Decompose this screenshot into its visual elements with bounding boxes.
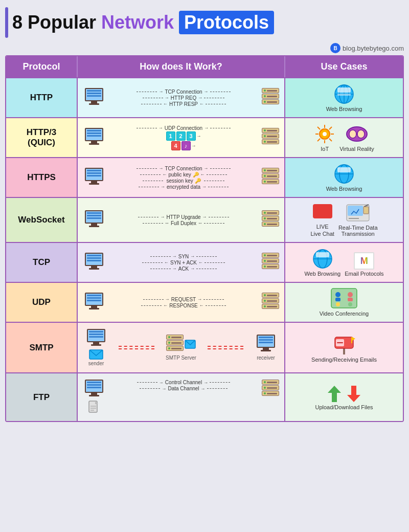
server-icon: [262, 210, 279, 230]
smtp-sender: sender: [85, 329, 107, 366]
header: 8 Popular Network Protocols: [5, 5, 404, 40]
data-transmission-icon: [346, 204, 370, 224]
svg-line-12: [317, 127, 320, 129]
use-web-browsing: Web Browsing: [326, 83, 362, 112]
computer-icon: [83, 168, 105, 187]
video-conf-icon: [331, 288, 357, 309]
use-live-chat: LIVE LIVE Live Chat: [310, 203, 334, 237]
smtp-arrows: [108, 346, 165, 349]
use-case-icons: Upload/Download Files: [315, 385, 373, 410]
protocol-how-tcp: →SYN→ ←SYN + ACK← →ACK→: [78, 243, 285, 282]
email-envelope-icon: [89, 349, 103, 360]
svg-point-35: [335, 292, 340, 297]
use-case-icons: Web Browsing: [326, 163, 362, 192]
protocol-use-ws: LIVE LIVE Live Chat: [285, 198, 403, 242]
protocol-use-smtp: Sending/Receiving Emails: [285, 323, 403, 372]
table-row: HTTP/3(QUIC) →UDP Connection→ 1 2: [6, 117, 403, 157]
svg-marker-54: [328, 386, 341, 402]
server-icon: [262, 293, 279, 312]
svg-rect-28: [363, 207, 369, 214]
protocol-how-https: →TCP Connection→ ←public key 🔑← session …: [78, 158, 285, 197]
email-envelope-icon: [185, 340, 196, 349]
svg-line-15: [317, 139, 320, 141]
computer-icon: [83, 88, 105, 107]
globe-icon: [312, 248, 333, 270]
use-label: IoT: [321, 146, 329, 152]
protocol-how-http3: →UDP Connection→ 1 2 3 → 4 ♪ →: [78, 118, 285, 157]
table-header: Protocol How does It Work? Use Cases: [6, 56, 403, 77]
computer-icon: [255, 335, 277, 354]
use-label: Real-Time DataTransmission: [338, 225, 378, 237]
gmail-icon: M: [354, 252, 374, 270]
svg-rect-4: [337, 87, 351, 93]
globe-icon: [333, 83, 355, 105]
page-title: 8 Popular Network Protocols: [12, 11, 274, 34]
smtp-receiver: receiver: [255, 335, 277, 361]
use-label: Upload/Download Files: [315, 404, 373, 410]
table-row: TCP →SYN→ ←SYN + ACK← →ACK→: [6, 242, 403, 282]
http3-diagram: →UDP Connection→ 1 2 3 → 4 ♪ →: [83, 125, 279, 150]
svg-rect-5: [337, 94, 351, 96]
use-web-browsing: Web Browsing: [326, 163, 362, 192]
chat-icon: [312, 203, 333, 223]
table-row: WebSocket →HTTP Upgrade→ ↔Full Duplex↔: [6, 197, 403, 242]
https-arrows: →TCP Connection→ ←public key 🔑← session …: [107, 166, 260, 190]
protocol-how-ws: →HTTP Upgrade→ ↔Full Duplex↔: [78, 198, 285, 242]
svg-point-37: [348, 292, 353, 297]
protocol-name-udp: UDP: [6, 283, 78, 322]
svg-marker-47: [352, 337, 355, 341]
udp-arrows: →REQUEST→ ←RESPONSE←: [107, 297, 260, 308]
brand: B blog.bytebytego.com: [5, 43, 404, 53]
mailbox-icon: [332, 333, 356, 356]
use-case-icons: IoT Virtual Reality: [314, 123, 374, 152]
use-label: Virtual Reality: [339, 146, 374, 152]
use-label: Email Protocols: [345, 271, 383, 277]
tcp-arrows: →SYN→ ←SYN + ACK← →ACK→: [107, 254, 260, 272]
use-upload-download: Upload/Download Files: [315, 385, 373, 410]
protocol-use-http: Web Browsing: [285, 78, 403, 117]
table-row: HTTP →TCP Connection→ →HTTP REQ→: [6, 77, 403, 117]
use-case-icons: Web Browsing M Email Protocols: [304, 248, 383, 277]
server-icon: [166, 335, 184, 354]
smtp-server-label: SMTP Server: [166, 355, 196, 361]
tcp-diagram: →SYN→ ←SYN + ACK← →ACK→: [83, 253, 279, 272]
ws-diagram: →HTTP Upgrade→ ↔Full Duplex↔: [83, 210, 279, 230]
protocol-use-https: Web Browsing: [285, 158, 403, 197]
use-label: Sending/Receiving Emails: [311, 357, 377, 363]
ftp-diagram: →Control Channel→ →Data Channel→: [83, 380, 279, 415]
svg-rect-23: [337, 167, 351, 172]
brand-text: blog.bytebytego.com: [343, 45, 404, 52]
col-protocol: Protocol: [6, 56, 78, 77]
use-email-protocols: M Email Protocols: [345, 252, 383, 277]
table-row: HTTPS →TCP Connection→ ←public key 🔑← se…: [6, 157, 403, 197]
https-diagram: →TCP Connection→ ←public key 🔑← session …: [83, 166, 279, 190]
protocol-name-https: HTTPS: [6, 158, 78, 197]
svg-rect-36: [335, 298, 340, 301]
protocol-name-smtp: SMTP: [6, 323, 78, 372]
table-row: UDP →REQUEST→ ←RESPONSE←: [6, 282, 403, 322]
upload-icon: [327, 385, 342, 403]
http-diagram: →TCP Connection→ →HTTP REQ→ ←HTTP RESP←: [83, 88, 279, 107]
vr-icon: [345, 123, 369, 145]
svg-rect-26: [348, 206, 363, 216]
header-accent: [5, 7, 8, 38]
protocol-name-tcp: TCP: [6, 243, 78, 282]
svg-rect-33: [316, 252, 329, 257]
computer-icon: [85, 329, 107, 348]
use-realtime-data: Real-Time DataTransmission: [338, 204, 378, 237]
title-part2: Network: [101, 12, 174, 33]
use-vr: Virtual Reality: [339, 123, 374, 152]
svg-rect-38: [348, 298, 353, 301]
use-case-icons: Web Browsing: [326, 83, 362, 112]
smtp-diagram: sender: [83, 329, 279, 366]
use-case-icons: Video Conferencing: [320, 288, 369, 317]
svg-rect-48: [337, 342, 343, 343]
title-part3: Protocols: [179, 11, 274, 34]
protocols-table: Protocol How does It Work? Use Cases HTT…: [5, 55, 404, 422]
svg-point-18: [357, 130, 365, 138]
protocol-use-udp: Video Conferencing: [285, 283, 403, 322]
udp-diagram: →REQUEST→ ←RESPONSE←: [83, 293, 279, 312]
table-row: SMTP sender: [6, 322, 403, 372]
computer-icon: [83, 128, 105, 147]
brand-icon: B: [330, 43, 340, 53]
